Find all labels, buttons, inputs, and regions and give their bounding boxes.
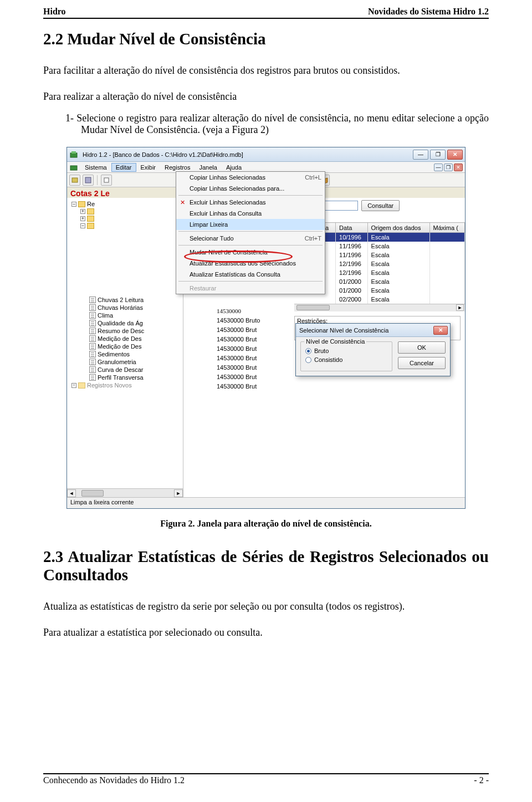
mdi-minimize-button[interactable]: — xyxy=(434,164,443,171)
svg-rect-2 xyxy=(70,166,77,170)
scroll-left-icon[interactable]: ◄ xyxy=(67,489,76,497)
tree-item[interactable]: Curva de Descar xyxy=(68,366,182,374)
editar-dropdown: Copiar Linhas SelecionadasCtrl+L Copiar … xyxy=(176,171,325,294)
tree-item[interactable]: Qualidade da Ág xyxy=(68,319,182,327)
menu-sistema[interactable]: Sistema xyxy=(80,163,111,172)
code-column: 14530000 14530000 Bruto 14530000 Brut 14… xyxy=(217,307,260,391)
grid-header[interactable]: Origem dos dados xyxy=(367,223,429,233)
scroll-right-icon[interactable]: ► xyxy=(456,304,464,311)
menu-janela[interactable]: Janela xyxy=(195,163,221,172)
footer-left: Conhecendo as Novidades do Hidro 1.2 xyxy=(43,775,185,785)
tree-item[interactable]: Clima xyxy=(68,311,182,319)
tree-hscrollbar[interactable]: ◄ ► xyxy=(67,488,183,497)
menu-limpar-lixeira[interactable]: Limpar Lixeira xyxy=(176,219,325,230)
menu-select-all[interactable]: Selecionar TudoCtrl+T xyxy=(176,233,325,244)
doc-header-right: Novidades do Sistema Hidro 1.2 xyxy=(368,7,489,17)
tree-item[interactable]: Medição de Des xyxy=(68,343,182,350)
radio-bruto[interactable]: Bruto xyxy=(305,348,387,354)
mdi-close-button[interactable]: ✕ xyxy=(454,164,463,171)
close-button[interactable]: ✕ xyxy=(447,150,463,160)
section-2-2-step: 1- Selecione o registro para realizar al… xyxy=(65,113,489,136)
svg-rect-3 xyxy=(72,178,78,182)
section-2-3-p2: Para atualizar a estatística por selecio… xyxy=(43,627,489,638)
doc-header-left: Hidro xyxy=(43,7,66,17)
toolbar-btn-3[interactable] xyxy=(101,175,112,186)
grid-header[interactable]: Data xyxy=(336,223,367,233)
doc-footer: Conhecendo as Novidades do Hidro 1.2 - 2… xyxy=(43,773,489,785)
tree-node[interactable]: +Registros Novos xyxy=(68,381,182,389)
window-title: Hidro 1.2 - [Banco de Dados - C:\Hidro v… xyxy=(80,151,411,158)
grid-row[interactable]: 02/2000Escala xyxy=(295,295,465,304)
scroll-thumb[interactable] xyxy=(81,490,104,497)
section-2-2-intro: Para facilitar a alteração do nível de c… xyxy=(43,65,489,76)
section-2-3-title: 2.3 Atualizar Estatísticas de Séries de … xyxy=(43,548,489,584)
doc-header: Hidro Novidades do Sistema Hidro 1.2 xyxy=(43,0,489,19)
menu-restaurar: Restaurar xyxy=(176,283,325,294)
menu-exibir[interactable]: Exibir xyxy=(136,163,161,172)
mdi-app-icon xyxy=(69,163,78,172)
tree-item[interactable]: Resumo de Desc xyxy=(68,327,182,335)
svg-rect-1 xyxy=(71,151,76,154)
section-2-2-title: 2.2 Mudar Nível de Consistência xyxy=(43,30,489,48)
tree-item[interactable]: Sedimentos xyxy=(68,350,182,358)
menu-registros[interactable]: Registros xyxy=(160,163,195,172)
toolbar-btn-2[interactable] xyxy=(83,175,94,186)
tree-pane: −Re + + − Chuvas 2 Leitura Chuvas Horári… xyxy=(67,198,183,497)
tree-node[interactable]: + xyxy=(68,208,182,215)
nivel-dialog: Selecionar Nível de Consistência ✕ Nível… xyxy=(295,323,451,376)
tree-node[interactable]: − xyxy=(68,222,182,229)
scroll-right-icon[interactable]: ► xyxy=(174,489,183,497)
window-titlebar: Hidro 1.2 - [Banco de Dados - C:\Hidro v… xyxy=(67,147,465,162)
tree-node[interactable]: −Re xyxy=(68,200,182,208)
section-2-2-subhead: Para realizar a alteração do nível de co… xyxy=(43,91,489,103)
menu-copy-selected[interactable]: Copiar Linhas SelecionadasCtrl+L xyxy=(176,172,325,183)
minimize-button[interactable]: — xyxy=(413,150,428,160)
dialog-close-button[interactable]: ✕ xyxy=(433,326,448,335)
menu-delete-selected[interactable]: ✕Excluir Linhas Selecionadas xyxy=(176,197,325,208)
tree-item[interactable]: Perfil Transversa xyxy=(68,374,182,381)
menu-copy-selected-to[interactable]: Copiar Linhas Selecionadas para... xyxy=(176,183,325,194)
menu-stat-query[interactable]: Atualizar Estatísticas da Consulta xyxy=(176,269,325,280)
tree-item[interactable]: Medição de Des xyxy=(68,335,182,343)
menu-delete-query[interactable]: Excluir Linhas da Consulta xyxy=(176,208,325,219)
menu-editar[interactable]: Editar xyxy=(111,163,136,172)
radio-icon xyxy=(305,357,311,363)
section-2-3-p1: Atualiza as estatísticas de registro da … xyxy=(43,601,489,612)
consultar-button[interactable]: Consultar xyxy=(361,200,400,211)
radio-consistido[interactable]: Consistido xyxy=(305,356,387,363)
dialog-ok-button[interactable]: OK xyxy=(398,341,446,354)
tree-item[interactable]: Granulometria xyxy=(68,358,182,366)
tree-item[interactable]: Chuvas 2 Leitura xyxy=(68,296,182,304)
annotation-circle xyxy=(184,251,293,263)
tree-node[interactable]: + xyxy=(68,215,182,222)
svg-rect-4 xyxy=(85,177,91,183)
grid-header[interactable]: Máxima ( xyxy=(429,223,464,233)
mdi-restore-button[interactable]: ❐ xyxy=(444,164,453,171)
maximize-button[interactable]: ❐ xyxy=(430,150,446,160)
figure-2-caption: Figura 2. Janela para alteração do nível… xyxy=(43,519,489,529)
menu-ajuda[interactable]: Ajuda xyxy=(222,163,246,172)
grid-hscrollbar[interactable]: ► xyxy=(294,304,465,311)
footer-right: - 2 - xyxy=(474,775,489,785)
dialog-group-label: Nível de Consistência xyxy=(304,338,366,345)
svg-rect-0 xyxy=(70,153,77,157)
statusbar: Limpa a lixeira corrente xyxy=(67,497,465,508)
delete-icon: ✕ xyxy=(178,198,186,206)
scroll-thumb[interactable] xyxy=(296,305,330,310)
app-icon xyxy=(69,150,78,159)
toolbar-btn-1[interactable] xyxy=(69,175,80,186)
dialog-title: Selecionar Nível de Consistência xyxy=(298,327,433,334)
dialog-cancel-button[interactable]: Cancelar xyxy=(398,357,446,369)
svg-rect-5 xyxy=(104,178,109,182)
radio-icon xyxy=(305,348,311,354)
app-screenshot: Hidro 1.2 - [Banco de Dados - C:\Hidro v… xyxy=(66,147,466,509)
tree-item[interactable]: Chuvas Horárias xyxy=(68,304,182,311)
